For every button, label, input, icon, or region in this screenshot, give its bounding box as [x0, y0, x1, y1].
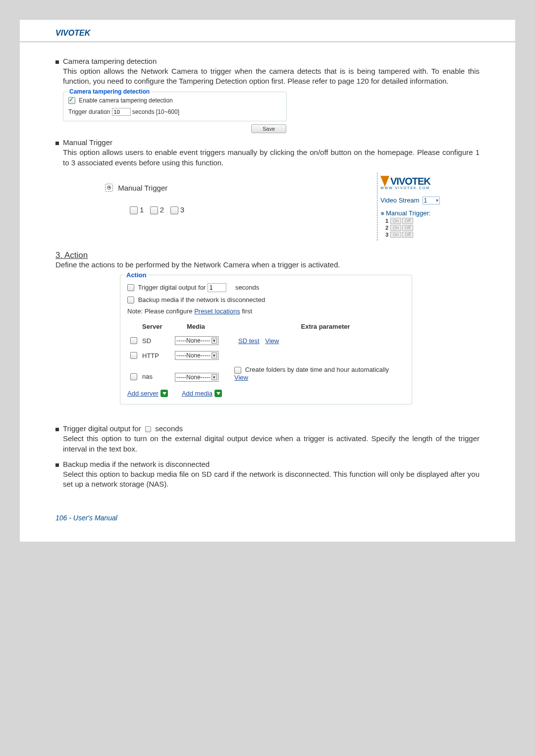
square-bullet-icon: [55, 60, 59, 64]
chevron-down-icon: ▾: [212, 353, 217, 358]
digout-title-a: Trigger digital output for: [63, 424, 143, 433]
mt-row-2: 2 On Off: [385, 225, 480, 231]
th-server: Server: [127, 323, 187, 330]
http-media-value: -----None-----: [176, 352, 211, 359]
table-header: Server Media Extra parameter: [127, 320, 405, 333]
digout-title-b: seconds: [153, 424, 183, 433]
sd-test-link[interactable]: SD test: [238, 337, 260, 345]
mt-on-1[interactable]: On: [390, 218, 401, 224]
page: VIVOTEK Camera tampering detection This …: [20, 20, 515, 542]
mt-right: VIVOTEK WWW.VIVOTEK.COM Video Stream 1 ▾…: [377, 173, 480, 241]
digout-row: Trigger digital output for seconds: [127, 283, 405, 292]
duration-input[interactable]: [112, 108, 131, 116]
square-bullet-icon: [55, 463, 59, 467]
mt-radio-row: Manual Trigger: [105, 183, 377, 192]
add-row: Add server Add media: [127, 390, 405, 397]
add-media-link[interactable]: Add media: [182, 390, 222, 397]
page-header: VIVOTEK: [20, 20, 515, 42]
mt-on-3[interactable]: On: [390, 232, 401, 238]
note-b: first: [240, 307, 253, 315]
section-3-text: Define the actions to be performed by th…: [55, 260, 480, 269]
http-checkbox[interactable]: [130, 352, 137, 359]
mt-check-2[interactable]: [150, 206, 158, 214]
add-server-text: Add server: [127, 390, 159, 397]
chevron-down-icon: ▾: [436, 198, 438, 203]
add-media-text: Add media: [182, 390, 213, 397]
digout-checkbox[interactable]: [127, 284, 134, 291]
mt-check-2-label: 2: [160, 205, 164, 214]
bullet-manual-title: Manual Trigger: [55, 138, 480, 147]
brand-title: VIVOTEK: [55, 29, 90, 37]
duration-row: Trigger duration seconds [10~600]: [68, 108, 281, 116]
table-row-nas: nas -----None----- ▾ Create folders by d…: [127, 363, 405, 385]
input-placeholder-icon: [145, 426, 151, 432]
digout-input[interactable]: [208, 283, 226, 292]
enable-tampering-checkbox[interactable]: [68, 97, 75, 104]
bullet-backup-title: Backup media if the network is disconnec…: [55, 460, 480, 468]
duration-range: seconds [10~600]: [132, 108, 179, 115]
save-row: Save: [55, 122, 480, 133]
logo-v-icon: [380, 176, 389, 187]
save-button[interactable]: Save: [251, 124, 286, 133]
tampering-fieldset: Camera tampering detection Enable camera…: [63, 92, 287, 122]
mt-check-3[interactable]: [170, 206, 178, 214]
preset-locations-link[interactable]: Preset locations: [194, 307, 240, 315]
http-media-select[interactable]: -----None----- ▾: [175, 351, 218, 360]
th-media: Media: [187, 323, 246, 330]
backup-checkbox[interactable]: [127, 297, 134, 303]
mt-checks: 1 2 3: [130, 205, 377, 214]
bullet-title: Trigger digital output for seconds: [63, 424, 183, 433]
sd-view-link[interactable]: View: [265, 337, 279, 345]
video-stream-value: 1: [424, 197, 428, 204]
sd-label: SD: [142, 337, 151, 345]
mt-check-3-label: 3: [180, 205, 184, 214]
bullet-digout-title: Trigger digital output for seconds: [55, 424, 480, 433]
manual-trigger-radio[interactable]: [105, 184, 113, 192]
video-stream-select[interactable]: 1 ▾: [423, 197, 440, 204]
mt-num-2: 2: [385, 225, 389, 231]
action-legend: Action: [124, 271, 148, 279]
mt-header: Manual Trigger:: [380, 209, 480, 217]
nas-checkbox[interactable]: [130, 373, 137, 380]
page-content: Camera tampering detection This option a…: [20, 57, 515, 489]
bullet-title: Backup media if the network is disconnec…: [63, 460, 210, 468]
mt-off-3[interactable]: Off: [402, 232, 413, 238]
nas-extra: Create folders by date time and hour aut…: [234, 366, 405, 381]
mt-num-1: 1: [385, 218, 389, 224]
nas-view-link[interactable]: View: [234, 374, 248, 381]
add-server-link[interactable]: Add server: [127, 390, 168, 397]
digout-label-b: seconds: [235, 284, 259, 291]
mt-check-1[interactable]: [130, 206, 138, 214]
backup-row: Backup media if the network is disconnec…: [127, 296, 405, 304]
video-stream-row: Video Stream 1 ▾: [380, 197, 480, 204]
bullet-backup-text: Select this option to backup media file …: [63, 469, 480, 490]
page-footer: 106 - User's Manual: [20, 489, 515, 522]
enable-row: Enable camera tampering detection: [68, 97, 281, 104]
sd-media-select[interactable]: -----None----- ▾: [175, 336, 218, 345]
mt-check-1-label: 1: [140, 205, 144, 214]
bullet-title: Manual Trigger: [63, 138, 112, 147]
sd-media-value: -----None-----: [176, 337, 211, 344]
nas-folders-checkbox[interactable]: [234, 367, 241, 374]
mt-off-1[interactable]: Off: [402, 218, 413, 224]
bullet-manual-text: This option allows users to enable event…: [63, 148, 480, 168]
http-label: HTTP: [142, 352, 159, 359]
chevron-down-icon: [214, 390, 222, 397]
duration-label: Trigger duration: [68, 108, 110, 115]
enable-tampering-label: Enable camera tampering detection: [79, 97, 172, 104]
digout-label-a: Trigger digital output for: [138, 284, 206, 291]
bullet-tampering-title: Camera tampering detection: [55, 57, 480, 65]
note-a: Note: Please configure: [127, 307, 194, 315]
manual-trigger-label: Manual Trigger: [118, 183, 167, 192]
mt-off-2[interactable]: Off: [402, 225, 413, 231]
square-bullet-icon: [55, 428, 59, 431]
bullet-digout-text: Select this option to turn on the extern…: [63, 434, 480, 454]
sd-checkbox[interactable]: [130, 337, 137, 344]
mt-on-2[interactable]: On: [390, 225, 401, 231]
chevron-down-icon: ▾: [212, 374, 217, 380]
nas-media-value: -----None-----: [176, 374, 211, 381]
nas-folders-label: Create folders by date time and hour aut…: [245, 366, 389, 373]
bullet-tampering-text: This option allows the Network Camera to…: [63, 66, 480, 87]
nas-label: nas: [142, 373, 153, 380]
nas-media-select[interactable]: -----None----- ▾: [175, 373, 218, 382]
